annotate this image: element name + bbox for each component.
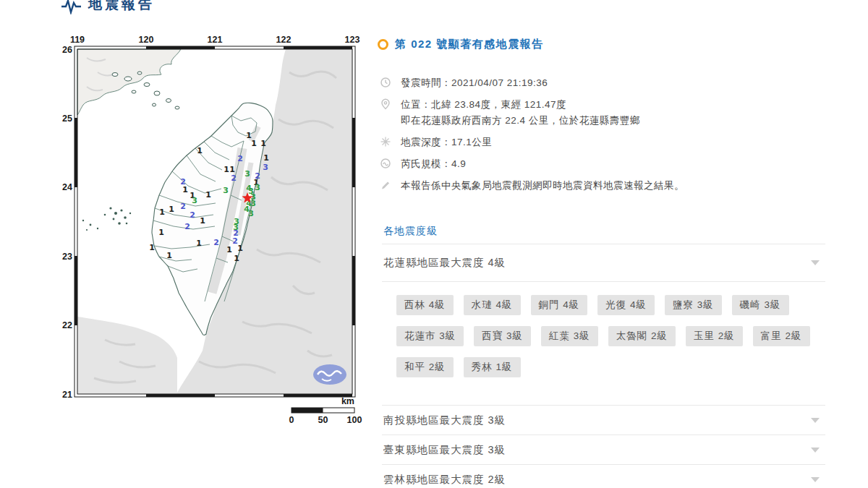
svg-text:1: 1 [158,228,164,237]
station-intensity-chip[interactable]: 秀林 1級 [464,357,521,377]
station-intensity-chip[interactable]: 紅葉 3級 [541,326,598,346]
svg-text:4: 4 [244,205,250,214]
svg-text:1: 1 [226,245,232,254]
svg-text:1: 1 [234,254,239,263]
station-intensity-chip[interactable]: 西寶 3級 [474,326,531,346]
report-title: 第 022 號顯著有感地震報告 [395,38,544,51]
svg-text:1: 1 [166,251,172,260]
svg-text:1: 1 [149,243,155,252]
svg-text:26: 26 [62,45,72,55]
report-details: 發震時間：2021/04/07 21:19:36位置：北緯 23.84度，東經 … [380,75,814,200]
svg-text:2: 2 [213,238,219,247]
magnitude-icon [380,156,391,172]
station-intensity-chip[interactable]: 和平 2級 [396,357,454,377]
station-intensity-chip[interactable]: 花蓮市 3級 [396,326,464,346]
accordion-header[interactable]: 雲林縣地區最大震度 2級 [382,465,825,488]
svg-text:1: 1 [200,216,205,226]
svg-text:2: 2 [180,177,186,187]
svg-text:1: 1 [197,146,203,155]
station-intensity-chip[interactable]: 磯崎 3級 [732,295,789,315]
svg-text:120: 120 [139,35,154,45]
station-intensity-chip[interactable]: 太魯閣 2級 [608,326,676,346]
chevron-down-icon[interactable] [811,260,820,265]
svg-text:1: 1 [251,139,257,148]
seismograph-icon [61,0,81,14]
svg-text:24: 24 [62,182,72,192]
cwb-logo [313,364,346,385]
detail-row: 位置：北緯 23.84度，東經 121.47度即在花蓮縣政府西南方 22.4 公… [380,97,814,129]
svg-text:1: 1 [237,244,243,253]
location-pin-icon [380,97,391,129]
accordion-header-label: 雲林縣地區最大震度 2級 [383,473,506,487]
svg-text:2: 2 [237,154,243,163]
station-intensity-chip[interactable]: 銅門 4級 [531,295,588,315]
detail-row: 地震深度：17.1公里 [380,134,814,150]
accordion-header[interactable]: 南投縣地區最大震度 3級 [382,406,825,435]
svg-text:1: 1 [205,190,211,200]
chevron-down-icon[interactable] [811,448,820,453]
station-intensity-chip[interactable]: 水璉 4級 [464,295,521,315]
svg-text:1: 1 [263,153,269,163]
depth-icon [380,134,391,150]
map-svg: 1111111111111111111112222222222333333333… [61,33,365,437]
intensity-accordion: 花蓮縣地區最大震度 4級 西林 4級水璉 4級銅門 4級光復 4級鹽寮 3級磯崎… [382,244,825,488]
svg-text:2: 2 [190,210,195,220]
svg-text:100: 100 [347,415,362,425]
svg-text:3: 3 [233,223,239,232]
app-header: 地震報告 [61,0,155,14]
detail-text: 芮氏規模：4.9 [401,156,466,172]
detail-row: 芮氏規模：4.9 [380,156,814,172]
station-intensity-chip[interactable]: 鹽寮 3級 [665,295,722,315]
detail-text: 位置：北緯 23.84度，東經 121.47度即在花蓮縣政府西南方 22.4 公… [401,97,640,129]
svg-text:1: 1 [196,239,202,248]
accordion-header-label: 南投縣地區最大震度 3級 [383,414,506,427]
note-icon [380,178,391,194]
detail-text: 地震深度：17.1公里 [401,134,492,150]
accordion-header[interactable]: 臺東縣地區最大震度 3級 [382,435,825,464]
svg-text:2: 2 [180,202,186,211]
earthquake-intensity-map: 1111111111111111111112222222222333333333… [61,33,365,437]
svg-text:4: 4 [246,184,252,193]
chevron-down-icon[interactable] [811,418,820,423]
svg-text:km: km [341,396,354,406]
svg-text:2: 2 [232,236,238,246]
svg-text:22: 22 [62,320,72,330]
detail-text: 發震時間：2021/04/07 21:19:36 [401,75,548,91]
svg-text:21: 21 [62,390,72,400]
station-intensity-chip[interactable]: 西林 4級 [396,295,454,315]
detail-row: 本報告係中央氣象局地震觀測網即時地震資料地震速報之結果。 [380,178,814,194]
accordion-header-label: 花蓮縣地區最大震度 4級 [383,256,506,270]
svg-text:119: 119 [70,35,85,45]
svg-text:25: 25 [62,114,72,124]
report-title-row: 第 022 號顯著有感地震報告 [378,38,544,51]
svg-text:3: 3 [244,169,250,179]
station-intensity-list: 西林 4級水璉 4級銅門 4級光復 4級鹽寮 3級磯崎 3級花蓮市 3級西寶 3… [382,282,825,405]
station-intensity-chip[interactable]: 玉里 2級 [686,326,743,346]
accordion-header-label: 臺東縣地區最大震度 3級 [383,443,506,457]
detail-row: 發震時間：2021/04/07 21:19:36 [380,75,814,91]
svg-text:0: 0 [289,415,294,425]
app-title: 地震報告 [88,0,155,13]
penghu-islands [82,207,131,231]
china-coast [77,49,181,115]
longitude-tick-labels: 119120121122123 [70,35,360,45]
svg-text:2: 2 [231,174,237,183]
svg-text:1: 1 [260,139,266,148]
svg-text:1: 1 [169,205,174,214]
scale-bar: km 050100 [289,396,362,425]
station-intensity-chip[interactable]: 光復 4級 [597,295,655,315]
latitude-tick-labels: 262524232221 [62,45,72,400]
svg-text:50: 50 [318,415,328,425]
accordion-header-hualien[interactable]: 花蓮縣地區最大震度 4級 [382,244,825,281]
svg-text:123: 123 [345,35,360,45]
svg-text:3: 3 [223,186,229,195]
orange-ring-icon [378,39,388,50]
svg-text:2: 2 [184,222,190,231]
svg-text:2: 2 [255,171,260,181]
svg-text:3: 3 [192,196,197,205]
chevron-down-icon[interactable] [811,477,820,482]
svg-text:3: 3 [263,163,268,172]
station-intensity-chip[interactable]: 富里 2級 [753,326,810,346]
svg-text:122: 122 [276,35,292,45]
svg-text:23: 23 [62,252,72,262]
